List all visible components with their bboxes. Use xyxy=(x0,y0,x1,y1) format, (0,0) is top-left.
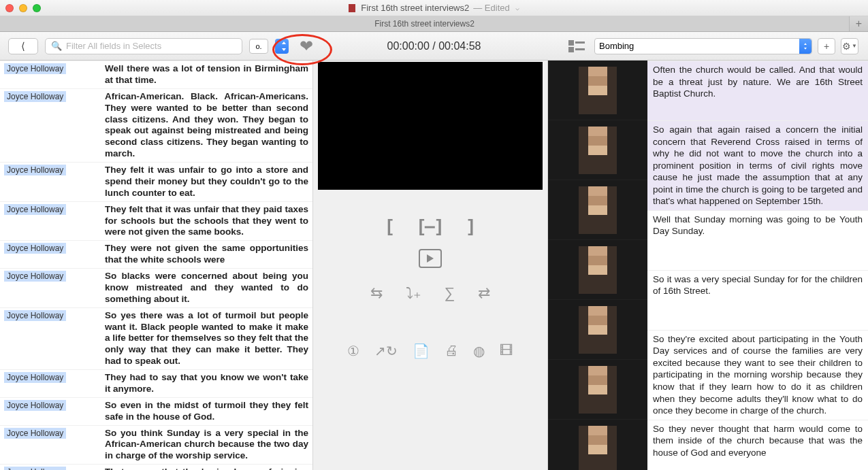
transcript-row[interactable]: Joyce HollowayThey were not given the sa… xyxy=(0,240,312,268)
view-mode-toggle[interactable] xyxy=(568,40,585,52)
transcript-text: They were not given the same opportuniti… xyxy=(102,241,312,268)
speaker-tag[interactable]: Joyce Holloway xyxy=(4,400,66,411)
play-button[interactable] xyxy=(419,249,442,268)
search-icon: 🔍 xyxy=(51,41,62,51)
transcript-row[interactable]: Joyce HollowaySo yes there was a lot of … xyxy=(0,307,312,369)
video-thumbnail[interactable] xyxy=(548,360,647,420)
transcript-text: So you think Sunday is a very special in… xyxy=(102,426,312,465)
minimize-window[interactable] xyxy=(19,4,27,12)
favorite-button[interactable]: ❤ xyxy=(300,37,313,56)
mark-range-icon[interactable]: [‒] xyxy=(419,216,442,237)
select-text[interactable]: Well that Sunday morning was going to be… xyxy=(647,210,868,270)
select-text[interactable]: So they're excited about participating i… xyxy=(647,330,868,420)
speaker-tag[interactable]: Joyce Holloway xyxy=(4,165,66,175)
speaker-tag[interactable]: Joyce Holloway xyxy=(4,91,66,102)
thumbnail-strip xyxy=(548,61,647,470)
speaker-tag[interactable]: Joyce Holloway xyxy=(4,372,66,383)
document-icon xyxy=(349,4,355,12)
settings-button[interactable]: ⚙▼ xyxy=(841,38,858,54)
transcript-text: That means that they're in charge of sin… xyxy=(102,465,312,470)
right-filter-value: Bombing xyxy=(599,41,634,51)
selects-text-column: Often the church would be called. And th… xyxy=(647,61,868,470)
transcript-row[interactable]: Joyce HollowayThey felt that it was unfa… xyxy=(0,201,312,241)
speaker-tag[interactable]: Joyce Holloway xyxy=(4,428,66,439)
select-text[interactable]: So it was a very special Sunday for for … xyxy=(647,270,868,330)
title-chevron-icon[interactable]: ⌵ xyxy=(515,4,519,12)
transcript-text: Well there was a lot of tension in Birmi… xyxy=(102,61,312,88)
transcript-panel: Joyce HollowayWell there was a lot of te… xyxy=(0,61,313,470)
speaker-tag[interactable]: Joyce Holloway xyxy=(4,243,66,254)
speaker-tag[interactable]: Joyce Holloway xyxy=(4,467,66,470)
video-panel: [ [‒] ] ⇆ ⤵₊ ∑ ⇄ ① ↗↻ 📄 🖨 ◍ 🎞 xyxy=(313,61,548,470)
shuffle-start-icon[interactable]: ⇆ xyxy=(370,284,383,302)
updown-icon xyxy=(280,40,287,52)
select-text[interactable]: So they never thought that harm would co… xyxy=(647,420,868,470)
speaker-tag[interactable]: Joyce Holloway xyxy=(4,310,66,321)
video-thumbnail[interactable] xyxy=(548,300,647,360)
right-filter-dropdown[interactable]: Bombing xyxy=(594,38,812,54)
upload-icon[interactable]: ① xyxy=(347,343,359,359)
selects-panel: Often the church would be called. And th… xyxy=(548,61,868,470)
play-icon xyxy=(425,254,435,263)
window-title: First 16th street interviews2 — Edited ⌵ xyxy=(5,3,863,13)
selector-dropdown[interactable] xyxy=(275,39,289,54)
mark-brackets: [ [‒] ] xyxy=(387,216,474,237)
document-export-icon[interactable]: 📄 xyxy=(413,343,430,359)
video-thumbnail[interactable] xyxy=(548,61,647,120)
mark-out-icon[interactable]: ] xyxy=(468,216,474,237)
close-window[interactable] xyxy=(5,4,14,12)
select-text[interactable]: Often the church would be called. And th… xyxy=(647,61,868,120)
transcript-text: So even in the midst of turmoil they the… xyxy=(102,398,312,425)
share-icon[interactable]: ↗↻ xyxy=(374,343,398,359)
film-icon[interactable]: 🎞 xyxy=(500,343,513,359)
chevron-down-icon: ▼ xyxy=(852,43,857,49)
sum-icon[interactable]: ∑ xyxy=(445,284,455,302)
gear-icon: ⚙ xyxy=(842,41,851,52)
transcript-row[interactable]: Joyce HollowayWell there was a lot of te… xyxy=(0,61,312,88)
video-thumbnail[interactable] xyxy=(548,120,647,180)
transcript-row[interactable]: Joyce HollowayAfrican-American. Black. A… xyxy=(0,88,312,162)
disc-icon[interactable]: ◍ xyxy=(473,343,485,359)
document-tab[interactable]: First 16th street interviews2 xyxy=(0,16,849,31)
zoom-window[interactable] xyxy=(33,4,41,12)
transcript-row[interactable]: Joyce HollowaySo blacks were concerned a… xyxy=(0,268,312,307)
print-icon[interactable]: 🖨 xyxy=(445,343,458,359)
video-thumbnail[interactable] xyxy=(548,240,647,300)
transcript-row[interactable]: Joyce HollowayThat means that they're in… xyxy=(0,464,312,470)
back-button[interactable]: ⟨ xyxy=(8,38,38,54)
transcript-row[interactable]: Joyce HollowayThey had to say that you k… xyxy=(0,369,312,397)
speaker-tag[interactable]: Joyce Holloway xyxy=(4,63,66,74)
shuffle-end-icon[interactable]: ⇄ xyxy=(478,284,490,302)
transcript-text: They felt that it was unfair that they p… xyxy=(102,202,312,241)
edited-indicator: — Edited xyxy=(473,3,509,13)
transcript-text: They felt it was unfair to go into a sto… xyxy=(102,163,312,201)
speaker-tag[interactable]: Joyce Holloway xyxy=(4,271,66,282)
video-thumbnail[interactable] xyxy=(548,420,647,470)
transcript-text: African-American. Black. African-America… xyxy=(102,89,312,162)
mark-in-icon[interactable]: [ xyxy=(387,216,393,237)
title-text: First 16th street interviews2 xyxy=(361,3,469,13)
jump-in-icon[interactable]: ⤵₊ xyxy=(406,284,421,302)
filter-search[interactable]: 🔍 xyxy=(45,38,242,54)
timecode-display: 00:00:00 / 00:04:58 xyxy=(387,40,481,52)
segment-control[interactable]: o. xyxy=(249,39,268,54)
speaker-tag[interactable]: Joyce Holloway xyxy=(4,204,66,215)
add-tab-button[interactable]: + xyxy=(849,16,868,31)
transcript-row[interactable]: Joyce HollowaySo you think Sunday is a v… xyxy=(0,425,312,465)
transcript-text: So blacks were concerned about being you… xyxy=(102,269,312,307)
video-thumbnail[interactable] xyxy=(548,180,647,240)
video-viewport[interactable] xyxy=(318,62,543,190)
filter-input[interactable] xyxy=(66,41,236,51)
transcript-text: They had to say that you know we won't t… xyxy=(102,370,312,397)
transcript-text: So yes there was a lot of turmoil but pe… xyxy=(102,308,312,369)
transcript-row[interactable]: Joyce HollowayThey felt it was unfair to… xyxy=(0,162,312,201)
transcript-row[interactable]: Joyce HollowaySo even in the midst of tu… xyxy=(0,397,312,425)
select-text[interactable]: So again that again raised a concern the… xyxy=(647,120,868,210)
dropdown-arrows-icon xyxy=(799,39,811,54)
add-button[interactable]: + xyxy=(818,38,835,54)
